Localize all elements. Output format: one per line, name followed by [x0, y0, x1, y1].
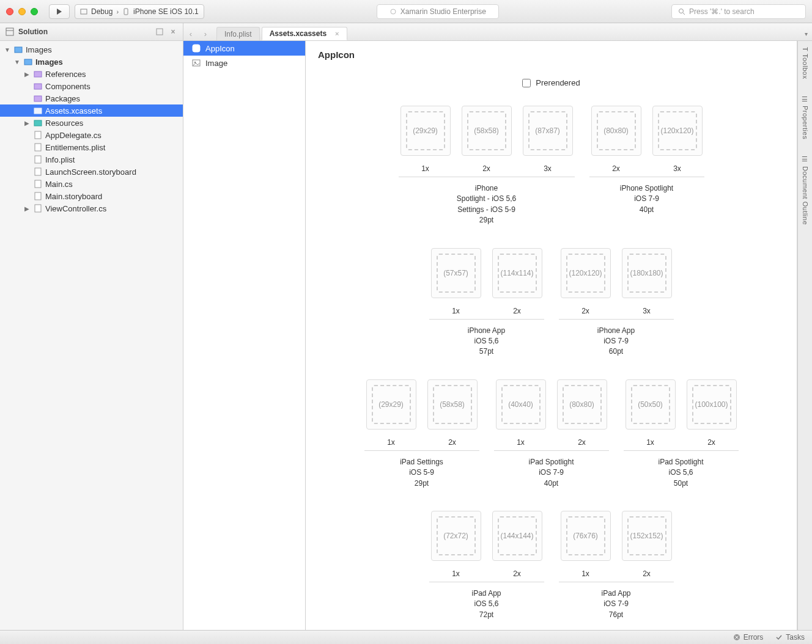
tree-assets-xcassets[interactable]: Assets.xcassets	[0, 104, 183, 117]
scale-label: 2x	[482, 164, 490, 173]
icon-well[interactable]: (76x76)	[561, 511, 611, 561]
rail-properties[interactable]: ☰ Properties	[801, 93, 809, 142]
build-config-label: Debug	[91, 7, 113, 16]
icon-well[interactable]: (58x58)	[427, 379, 478, 430]
status-errors[interactable]: Errors	[733, 633, 764, 642]
tree-resources[interactable]: ▶ Resources	[0, 117, 183, 129]
tree-appdelegate[interactable]: AppDelegate.cs	[0, 129, 183, 141]
solution-header-label: Solution	[18, 27, 48, 36]
icon-well[interactable]: (50x50)	[626, 379, 676, 430]
tree-solution-root[interactable]: ▼ Images	[0, 43, 183, 56]
status-tasks[interactable]: Tasks	[775, 633, 805, 642]
tree-label: Packages	[45, 94, 80, 103]
icon-well[interactable]: (80x80)	[557, 379, 607, 430]
scale-label: 1x	[581, 569, 589, 578]
rail-label: Document Outline	[802, 166, 809, 225]
tree-components[interactable]: Components	[0, 80, 183, 92]
well-size-label: (80x80)	[569, 400, 594, 409]
tree-label: Components	[45, 82, 90, 91]
tree-launchscreen[interactable]: LaunchScreen.storyboard	[0, 166, 183, 178]
device-icon	[122, 8, 130, 15]
well-size-label: (72x72)	[443, 532, 468, 540]
tab-info-plist[interactable]: Info.plist	[216, 27, 260, 40]
tree-mainstoryboard[interactable]: Main.storyboard	[0, 190, 183, 202]
icon-well[interactable]: (29x29)	[366, 379, 416, 430]
icon-well[interactable]: (120x120)	[561, 248, 611, 298]
svg-rect-13	[34, 96, 42, 101]
icon-group: (72x72)1x(144x144)2xiPad AppiOS 5,672pt	[429, 511, 544, 620]
solution-header: Solution ×	[0, 23, 183, 41]
well-size-label: (29x29)	[413, 126, 438, 135]
target-icon	[80, 8, 87, 15]
icon-group: (29x29)1x(58x58)2xiPad SettingsiOS 5-929…	[364, 379, 479, 489]
plist-file-icon	[33, 155, 43, 164]
tree-viewcontroller[interactable]: ▶ ViewController.cs	[0, 202, 183, 214]
icon-well[interactable]: (180x180)	[622, 248, 672, 298]
asset-appicon[interactable]: AppIcon	[183, 41, 305, 56]
panel-options-button[interactable]	[155, 27, 164, 37]
scale-label: 1x	[452, 569, 460, 578]
icon-well[interactable]: (100x100)	[687, 379, 737, 430]
tree-label: Assets.xcassets	[45, 106, 102, 115]
icon-well[interactable]: (58x58)	[462, 106, 512, 156]
svg-rect-8	[157, 29, 163, 35]
asset-canvas[interactable]: AppIcon Prerendered (29x29)1x(58x58)2x(8…	[306, 41, 797, 630]
app-icon	[389, 8, 397, 15]
run-button[interactable]	[49, 4, 70, 19]
svg-rect-19	[35, 168, 41, 175]
tree-maincs[interactable]: Main.cs	[0, 178, 183, 190]
zoom-window-button[interactable]	[31, 8, 38, 15]
rail-label: Toolbox	[802, 54, 809, 79]
tab-close-button[interactable]: ×	[335, 30, 339, 37]
asset-label: Image	[205, 59, 227, 68]
tree-label: Images	[35, 57, 63, 67]
tree-label: Entitlements.plist	[45, 143, 105, 152]
asset-image[interactable]: Image	[183, 56, 305, 70]
icon-well[interactable]: (80x80)	[591, 106, 641, 156]
scale-label: 2x	[578, 438, 586, 447]
icon-well[interactable]: (120x120)	[652, 106, 703, 156]
icon-well[interactable]: (114x114)	[492, 248, 542, 298]
svg-rect-16	[35, 131, 41, 139]
tree-references[interactable]: ▶ References	[0, 68, 183, 80]
global-search[interactable]: Press '⌘.' to search	[671, 4, 806, 19]
icon-well[interactable]: (152x152)	[622, 511, 672, 561]
nav-forward-button[interactable]: ›	[198, 27, 213, 40]
tab-overflow-button[interactable]: ▾	[797, 27, 812, 40]
tab-label: Assets.xcassets	[270, 29, 327, 38]
close-window-button[interactable]	[6, 8, 13, 15]
tree-packages[interactable]: Packages	[0, 92, 183, 104]
panel-close-button[interactable]: ×	[168, 27, 178, 37]
editor-shell: ‹ › Info.plist Assets.xcassets × ▾	[183, 23, 812, 630]
search-icon	[678, 8, 685, 15]
build-config-select[interactable]: Debug › iPhone SE iOS 10.1	[75, 4, 204, 19]
tree-entitlements[interactable]: Entitlements.plist	[0, 141, 183, 153]
rail-toolbox[interactable]: T Toolbox	[802, 45, 809, 82]
icon-well[interactable]: (57x57)	[431, 248, 481, 298]
statusbar: Errors Tasks	[0, 630, 812, 644]
tree-project[interactable]: ▼ Images	[0, 56, 183, 68]
tab-assets-xcassets[interactable]: Assets.xcassets ×	[262, 27, 347, 40]
plist-file-icon	[33, 142, 43, 152]
group-caption: iPad SpotlightiOS 5,650pt	[658, 457, 703, 489]
tasks-icon	[775, 634, 783, 641]
tree-label: Info.plist	[45, 155, 75, 164]
icon-well[interactable]: (72x72)	[431, 511, 481, 561]
minimize-window-button[interactable]	[18, 8, 26, 15]
solution-icon	[5, 27, 15, 37]
svg-rect-6	[6, 28, 13, 35]
nav-back-button[interactable]: ‹	[183, 27, 198, 40]
group-caption: iPhone AppiOS 5,657pt	[468, 326, 505, 357]
well-size-label: (50x50)	[638, 400, 663, 409]
prerendered-checkbox[interactable]	[522, 79, 531, 87]
icon-well[interactable]: (40x40)	[496, 379, 546, 430]
icon-well[interactable]: (144x144)	[492, 511, 542, 561]
group-caption: iPhone SpotlightiOS 7-940pt	[620, 183, 673, 215]
tree-infoplist[interactable]: Info.plist	[0, 153, 183, 166]
references-icon	[33, 69, 43, 79]
rail-document-outline[interactable]: ☰ Document Outline	[801, 153, 809, 227]
svg-rect-20	[35, 180, 41, 188]
device-label: iPhone SE iOS 10.1	[133, 7, 199, 16]
icon-well[interactable]: (87x87)	[523, 106, 573, 156]
icon-well[interactable]: (29x29)	[400, 106, 451, 156]
